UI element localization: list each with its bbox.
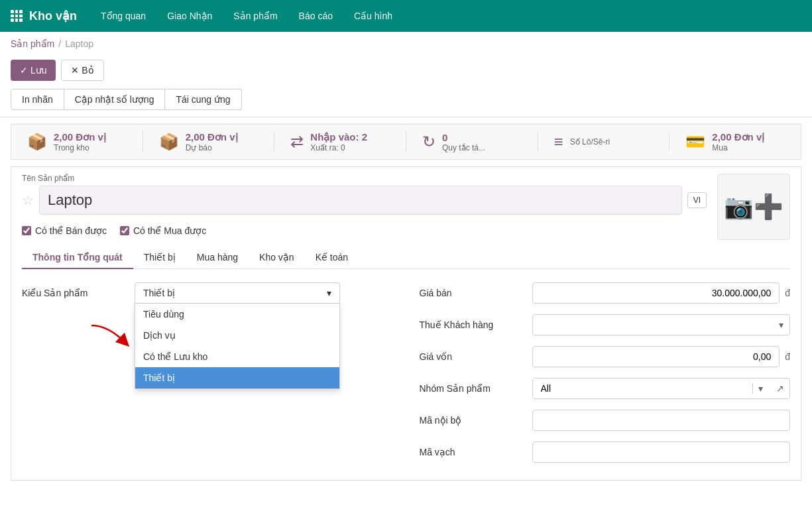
du-bao-label: Dự báo <box>186 143 238 152</box>
price-group: Giá bán đ <box>420 282 791 304</box>
tax-label: Thuế Khách hàng <box>420 320 526 330</box>
can-sell-label: Có thể Bán được <box>35 225 107 236</box>
stat-in-kho[interactable]: 📦 2,00 Đơn vị Trong kho <box>11 131 143 152</box>
product-image-box[interactable]: 📷➕ <box>717 174 790 240</box>
in-kho-value: 2,00 Đơn vị <box>54 131 106 143</box>
barcode-group: Mã vạch <box>420 441 791 463</box>
form-section: Kiểu Sản phẩm <box>22 282 790 473</box>
star-icon[interactable]: ☆ <box>22 192 34 208</box>
discard-button[interactable]: ✕ Bỏ <box>61 60 103 81</box>
can-sell-checkbox[interactable]: Có thể Bán được <box>22 225 107 236</box>
product-group-dropdown-arrow[interactable]: ▾ <box>752 383 768 394</box>
price-label: Giá bán <box>420 288 526 298</box>
form-left: Kiểu Sản phẩm <box>22 282 393 473</box>
barcode-field <box>532 441 791 463</box>
main-content: 📷➕ Tên Sản phẩm ☆ VI Có thể Bán được Có … <box>11 166 801 481</box>
tax-select[interactable] <box>532 314 791 335</box>
in-kho-label: Trong kho <box>54 143 106 152</box>
internal-code-input[interactable] <box>532 410 791 431</box>
form-right: Giá bán đ Thuế Khách hàng ▾ <box>420 282 791 473</box>
stat-nhap-xuat[interactable]: ⇄ Nhập vào: 2 Xuất ra: 0 <box>274 131 406 152</box>
navbar: Kho vận Tổng quan Giao Nhận Sản phẩm Báo… <box>0 0 812 32</box>
cost-currency: đ <box>785 351 790 362</box>
sub-action-bar: In nhãn Cập nhật số lượng Tái cung ứng <box>0 89 812 117</box>
quy-tac-label: Quy tắc tá... <box>442 143 485 152</box>
price-currency: đ <box>785 288 790 298</box>
breadcrumb-current: Laptop <box>65 38 93 49</box>
stat-quy-tac[interactable]: ↻ 0 Quy tắc tá... <box>406 132 538 152</box>
internal-code-field <box>532 410 791 431</box>
price-input[interactable] <box>532 282 780 304</box>
transfer-icon: ⇄ <box>290 133 304 151</box>
arrow-annotation <box>88 322 131 351</box>
tab-kho-van[interactable]: Kho vận <box>249 247 305 269</box>
breadcrumb-parent[interactable]: Sản phẩm <box>11 38 54 49</box>
checkbox-row: Có thể Bán được Có thể Mua được <box>22 225 707 236</box>
cost-group: Giá vốn đ <box>420 346 791 367</box>
product-group-input[interactable] <box>533 379 750 398</box>
tax-field: ▾ <box>532 314 791 335</box>
option-thiet-bi[interactable]: Thiết bị <box>135 367 339 388</box>
purchase-icon: 💳 <box>685 133 705 151</box>
tab-thiet-bi[interactable]: Thiết bị <box>133 247 186 269</box>
replenish-button[interactable]: Tái cung ứng <box>165 89 241 110</box>
option-dich-vu[interactable]: Dịch vụ <box>135 325 339 346</box>
product-name-section: Tên Sản phẩm ☆ VI <box>22 174 790 215</box>
mua-value: 2,00 Đơn vị <box>712 131 764 143</box>
warehouse-icon: 📦 <box>27 133 47 151</box>
can-buy-checkbox[interactable]: Có thể Mua được <box>120 225 206 236</box>
can-buy-label: Có thể Mua được <box>133 225 206 236</box>
tab-ke-toan[interactable]: Kế toán <box>305 247 359 269</box>
nav-san-pham[interactable]: Sản phẩm <box>223 0 288 32</box>
price-field: đ <box>532 282 791 304</box>
product-type-dropdown-trigger[interactable]: Thiết bị ▾ <box>135 282 340 304</box>
quy-tac-value: 0 <box>442 132 485 143</box>
stats-bar: 📦 2,00 Đơn vị Trong kho 📦 2,00 Đơn vị Dự… <box>11 124 801 160</box>
option-co-the-luu-kho[interactable]: Có thể Lưu kho <box>135 346 339 367</box>
barcode-label: Mã vạch <box>420 447 526 457</box>
nav-bao-cao[interactable]: Báo cáo <box>288 0 343 32</box>
breadcrumb-separator: / <box>58 38 61 49</box>
nav-giao-nhan[interactable]: Giao Nhận <box>156 0 223 32</box>
option-tieu-dung[interactable]: Tiêu dùng <box>135 304 339 325</box>
tab-thong-tin[interactable]: Thông tin Tổng quát <box>22 247 133 269</box>
nav-cau-hinh[interactable]: Cấu hình <box>343 0 403 32</box>
grid-icon[interactable] <box>11 10 23 22</box>
internal-code-group: Mã nội bộ <box>420 410 791 431</box>
action-bar: ✓ Lưu ✕ Bỏ <box>0 56 812 89</box>
lo-seri-label: Số Lô/Sê-ri <box>570 137 610 146</box>
tax-dropdown-wrapper: ▾ <box>532 314 791 335</box>
product-name-input[interactable] <box>39 186 682 215</box>
brand: Kho vận <box>11 9 77 23</box>
print-label-button[interactable]: In nhãn <box>11 89 64 110</box>
product-group-field: ▾ ↗ <box>532 378 791 399</box>
cost-field: đ <box>532 346 791 367</box>
tab-mua-hang[interactable]: Mua hàng <box>186 247 249 269</box>
barcode-input[interactable] <box>532 441 791 463</box>
dropdown-chevron: ▾ <box>327 288 331 298</box>
lot-icon: ≡ <box>554 133 563 151</box>
nhap-value: Nhập vào: 2 <box>310 131 367 143</box>
product-group-dropdown: ▾ ↗ <box>532 378 791 399</box>
stat-du-bao[interactable]: 📦 2,00 Đơn vị Dự báo <box>143 131 275 152</box>
brand-name: Kho vận <box>29 9 77 23</box>
name-row: ☆ VI <box>22 186 707 215</box>
lang-badge[interactable]: VI <box>687 192 707 208</box>
save-button[interactable]: ✓ Lưu <box>11 60 56 81</box>
product-type-value: Thiết bị <box>143 288 175 298</box>
stat-mua[interactable]: 💳 2,00 Đơn vị Mua <box>669 131 801 152</box>
xuat-label: Xuất ra: 0 <box>310 143 367 152</box>
forecast-icon: 📦 <box>159 133 179 151</box>
tabs: Thông tin Tổng quát Thiết bị Mua hàng Kh… <box>22 247 790 269</box>
du-bao-value: 2,00 Đơn vị <box>186 131 238 143</box>
nav-tong-quan[interactable]: Tổng quan <box>90 0 156 32</box>
tax-group: Thuế Khách hàng ▾ <box>420 314 791 335</box>
product-group-group: Nhóm Sản phẩm ▾ ↗ <box>420 378 791 399</box>
stat-lo-seri[interactable]: ≡ Số Lô/Sê-ri <box>538 133 670 151</box>
cost-label: Giá vốn <box>420 351 526 362</box>
product-group-external-link[interactable]: ↗ <box>771 383 789 394</box>
update-quantity-button[interactable]: Cập nhật số lượng <box>64 89 166 110</box>
cost-input[interactable] <box>532 346 780 367</box>
product-type-dropdown-list: Tiêu dùng Dịch vụ Có thể Lưu kho Thiết b… <box>135 304 340 389</box>
camera-icon: 📷➕ <box>724 193 783 221</box>
